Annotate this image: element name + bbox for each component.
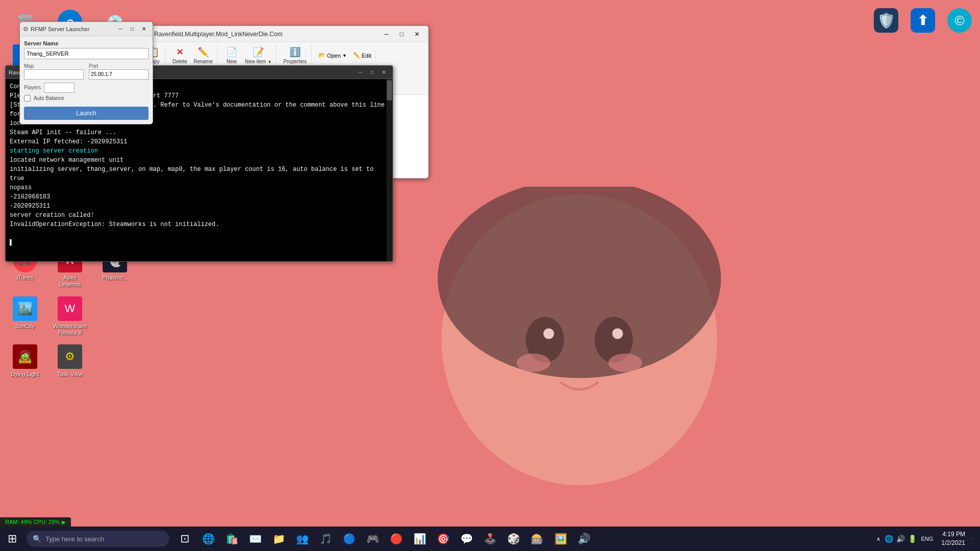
taskbar-app1[interactable]: 📊 <box>408 528 431 550</box>
search-icon: 🔍 <box>33 535 41 543</box>
taskbar-app3[interactable]: 🎲 <box>502 528 525 550</box>
svg-point-1 <box>438 187 721 378</box>
taskbar-app5[interactable]: 🖼️ <box>549 528 572 550</box>
cheat-engine-icon[interactable]: ⚙ Task View <box>50 342 90 380</box>
file-explorer-titlebar[interactable]: 📁 Ravenfield.Multiplayer.Mod_LinkNeverDi… <box>138 26 428 42</box>
taskbar-obs[interactable]: 🔴 <box>385 528 407 550</box>
fe-minimize-btn[interactable]: ─ <box>379 29 394 40</box>
start-button[interactable]: ⊞ <box>0 527 24 551</box>
taskbar-app2[interactable]: 🎯 <box>432 528 454 550</box>
rfmp-titlebar[interactable]: ⚙ RFMP Server Launcher ─ □ ✕ <box>20 22 153 36</box>
fe-new-group: 📄 New 📝 New item ▼ <box>220 44 276 66</box>
rfmp-minimize-btn[interactable]: ─ <box>115 24 126 34</box>
console-line-13: InvalidOperationException: Steamworks is… <box>10 220 388 229</box>
date-display: 1/2/2021 <box>941 539 965 547</box>
open-icon: 📂 <box>318 52 326 59</box>
advanced-systemcare-icon[interactable]: © <box>944 5 975 36</box>
taskbar-steam[interactable]: 🎮 <box>361 528 384 550</box>
taskbar-mail[interactable]: ✉️ <box>244 528 266 550</box>
fe-delete-btn[interactable]: ✕ Delete <box>170 45 189 65</box>
console-line-6: starting server creation <box>10 146 388 156</box>
autobalance-label: Auto Balance <box>34 95 64 101</box>
tray-show-hidden-btn[interactable]: ∧ <box>874 535 883 543</box>
store-taskbar-icon: 🛍️ <box>226 533 238 545</box>
time-display: 4:19 PM <box>941 530 965 539</box>
file-explorer-title: Ravenfield.Multiplayer.Mod_LinkNeverDie.… <box>154 31 379 38</box>
fe-maximize-btn[interactable]: □ <box>395 29 409 40</box>
console-line-14 <box>10 229 388 238</box>
steam2-taskbar-icon: 🕹️ <box>484 533 497 545</box>
port-label: Port <box>89 63 149 69</box>
taskbar-spotify[interactable]: 🎵 <box>314 528 337 550</box>
svg-point-6 <box>517 354 550 372</box>
console-close-btn[interactable]: ✕ <box>378 68 389 77</box>
simcity-icon[interactable]: 🏙️ SimCity <box>5 294 45 338</box>
file-explorer-controls: ─ □ ✕ <box>379 29 424 40</box>
autobalance-checkbox[interactable] <box>24 95 31 102</box>
rfmp-window-title: RFMP Server Launcher <box>31 26 115 32</box>
taskbar-steam2[interactable]: 🕹️ <box>479 528 501 550</box>
app6-taskbar-icon: 🔊 <box>578 533 591 545</box>
task-view-button[interactable]: ⊡ <box>174 528 196 550</box>
fe-rename-btn[interactable]: ✏️ Rename <box>191 45 215 65</box>
rfmp-maximize-btn[interactable]: □ <box>127 24 138 34</box>
taskbar-store[interactable]: 🛍️ <box>220 528 243 550</box>
console-controls: ─ □ ✕ <box>355 68 389 77</box>
volume-tray-icon[interactable]: 🔊 <box>896 535 905 543</box>
console-line-10: -2102068183 <box>10 192 388 202</box>
server-name-input[interactable] <box>24 48 149 59</box>
properties-icon: ℹ️ <box>289 46 301 58</box>
console-maximize-btn[interactable]: □ <box>366 68 378 77</box>
console-minimize-btn[interactable]: ─ <box>355 68 366 77</box>
fe-new-btn[interactable]: 📄 New <box>223 45 241 65</box>
system-tray-icons: 🛡️ ⬆ © <box>871 5 975 36</box>
console-line-12: server creation called! <box>10 211 388 220</box>
taskbar-explorer[interactable]: 📁 <box>267 528 290 550</box>
map-input[interactable] <box>24 69 84 80</box>
search-bar[interactable]: 🔍 Type here to search <box>27 531 169 547</box>
fe-properties-btn[interactable]: ℹ️ Properties <box>281 45 309 65</box>
app5-taskbar-icon: 🖼️ <box>554 533 567 545</box>
console-line-7: located network management unit <box>10 156 388 165</box>
rfmp-close-btn[interactable]: ✕ <box>138 24 150 34</box>
taskbar-discord[interactable]: 💬 <box>455 528 478 550</box>
mail-taskbar-icon: ✉️ <box>249 533 262 545</box>
players-input[interactable] <box>44 83 75 93</box>
explorer-taskbar-icon: 📁 <box>273 533 285 545</box>
console-scrollbar[interactable] <box>386 79 393 261</box>
spotify-taskbar-icon: 🎵 <box>320 533 332 545</box>
svg-point-5 <box>612 329 623 339</box>
taskbar-edge[interactable]: 🌐 <box>197 528 219 550</box>
taskbar-chrome[interactable]: 🔵 <box>338 528 360 550</box>
language-indicator[interactable]: ENG <box>919 535 935 543</box>
performance-bar[interactable]: RAM: 49% CPU: 29% ▶ <box>0 517 71 527</box>
network-tray-icon[interactable]: 🌐 <box>885 535 893 543</box>
driver-booster-icon[interactable]: ⬆ <box>908 5 938 36</box>
dying-light-icon[interactable]: 🧟 Dying Light <box>5 342 45 380</box>
obs-taskbar-icon: 🔴 <box>390 533 403 545</box>
port-input[interactable] <box>89 69 149 80</box>
icon-row-dyinglight: 🧟 Dying Light ⚙ Task View <box>5 342 158 380</box>
taskbar-app6[interactable]: 🔊 <box>573 528 595 550</box>
taskbar-teams[interactable]: 👥 <box>291 528 313 550</box>
launch-server-btn[interactable]: Launch <box>24 107 149 120</box>
clock[interactable]: 4:19 PM 1/2/2021 <box>937 530 969 547</box>
nordvpn-icon[interactable]: 🛡️ <box>871 5 901 36</box>
console-scrollbar-thumb <box>387 80 392 101</box>
svg-point-7 <box>608 354 642 372</box>
console-line-4: Steam API init -- failure ... <box>10 128 388 137</box>
fe-close-btn[interactable]: ✕ <box>410 29 424 40</box>
fe-open-btn[interactable]: 📂 Open ▼ <box>316 51 349 60</box>
taskbar-app-icons: ⊡ 🌐 🛍️ ✉️ 📁 👥 🎵 🔵 🎮 🔴 📊 <box>174 528 595 550</box>
map-field: Map <box>24 63 84 80</box>
fe-edit-btn[interactable]: ✏️ Edit <box>351 51 374 60</box>
battery-tray-icon[interactable]: 🔋 <box>908 535 917 543</box>
show-desktop-btn[interactable] <box>971 538 976 540</box>
taskbar-app4[interactable]: 🎰 <box>526 528 548 550</box>
search-placeholder: Type here to search <box>45 535 104 543</box>
fe-properties-group: ℹ️ Properties <box>279 44 311 66</box>
fe-new-item-btn[interactable]: 📝 New item ▼ <box>243 45 274 65</box>
wondershare-icon[interactable]: W Wondershare Filmora X <box>50 294 90 338</box>
port-field: Port <box>89 63 149 80</box>
console-line-9: nopass <box>10 183 388 192</box>
